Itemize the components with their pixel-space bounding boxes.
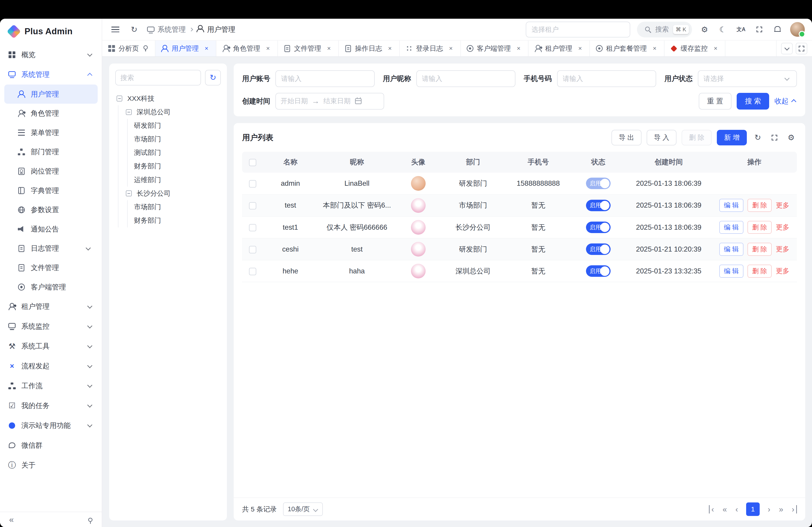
sidebar-item-system[interactable]: 系统管理 [0, 65, 102, 85]
page-size-select[interactable]: 10条/页 [283, 502, 323, 516]
row-checkbox[interactable] [249, 202, 256, 209]
user-avatar-button[interactable] [790, 22, 805, 37]
current-page[interactable]: 1 [746, 502, 760, 516]
tab-tenants[interactable]: 租户管理× [528, 41, 590, 56]
tree-node-dept[interactable]: 财务部门 [134, 214, 221, 227]
search-button[interactable]: 搜 索 [737, 93, 769, 109]
status-toggle[interactable]: 启用 [586, 243, 611, 255]
sidebar-item-demo-features[interactable]: 演示站专用功能 [0, 416, 102, 436]
sidebar-subitem-clients[interactable]: 客户端管理 [4, 277, 98, 297]
sidebar-subitem-logs[interactable]: 日志管理 [4, 239, 98, 258]
row-checkbox[interactable] [249, 246, 256, 253]
menu-collapse-button[interactable] [110, 24, 121, 35]
more-button[interactable]: 更多 [776, 223, 789, 232]
sidebar-item-about[interactable]: ⓘ关于 [0, 455, 102, 475]
tree-node-dept[interactable]: 市场部门 [134, 133, 221, 146]
global-search-button[interactable]: 搜索 ⌘ K [637, 21, 692, 37]
tab-close-button[interactable]: × [447, 45, 454, 52]
sidebar-pin-button[interactable] [86, 514, 95, 525]
sidebar-item-monitor[interactable]: 系统监控 [0, 316, 102, 336]
fullscreen-button[interactable] [754, 24, 765, 35]
sidebar-item-wechat-group[interactable]: 微信群 [0, 436, 102, 455]
tab-close-button[interactable]: × [264, 45, 272, 52]
dept-refresh-button[interactable]: ↻ [205, 70, 221, 86]
tab-login-logs[interactable]: 登录日志× [400, 41, 461, 56]
tab-close-button[interactable]: × [203, 45, 210, 52]
sidebar-subitem-roles[interactable]: 角色管理 [4, 104, 98, 123]
notifications-button[interactable] [772, 24, 783, 35]
tab-analysis[interactable]: 分析页 [102, 41, 156, 56]
status-toggle[interactable]: 启用 [586, 178, 611, 189]
add-button[interactable]: 新 增 [717, 130, 747, 146]
tree-node-dept[interactable]: 测试部门 [134, 146, 221, 160]
tree-node-root[interactable]: XXX科技 [115, 92, 221, 105]
dark-mode-button[interactable]: ☾ [717, 24, 728, 35]
more-button[interactable]: 更多 [776, 267, 789, 276]
sidebar-subitem-posts[interactable]: 岗位管理 [4, 162, 98, 181]
tab-files[interactable]: 文件管理× [278, 41, 339, 56]
sidebar-item-overview[interactable]: 概览 [0, 45, 102, 65]
sidebar-item-flow-start[interactable]: 流程发起 [0, 356, 102, 376]
row-checkbox[interactable] [249, 180, 256, 187]
import-button[interactable]: 导 入 [647, 130, 677, 146]
tree-node-dept[interactable]: 研发部门 [134, 119, 221, 132]
tab-op-logs[interactable]: 操作日志× [339, 41, 400, 56]
delete-button[interactable]: 删 除 [748, 221, 772, 234]
tab-layout-button[interactable] [796, 43, 807, 54]
sidebar-collapse-button[interactable]: « [7, 515, 16, 524]
sidebar-item-my-tasks[interactable]: ☑我的任务 [0, 396, 102, 416]
last-page-button[interactable]: › [791, 505, 797, 513]
tab-close-button[interactable]: × [386, 45, 394, 52]
tree-node-company[interactable]: 长沙分公司 [125, 187, 221, 200]
collapse-filters-link[interactable]: 收起 [774, 96, 797, 106]
edit-button[interactable]: 编 辑 [719, 265, 743, 278]
more-button[interactable]: 更多 [776, 244, 789, 254]
sidebar-item-tools[interactable]: ⚒系统工具 [0, 336, 102, 356]
tab-tenant-packages[interactable]: 租户套餐管理× [590, 41, 664, 56]
sidebar-subitem-menus[interactable]: 菜单管理 [4, 123, 98, 142]
row-checkbox[interactable] [249, 268, 256, 275]
dept-search-input[interactable] [115, 70, 201, 86]
sidebar-subitem-users[interactable]: 用户管理 [4, 85, 98, 104]
next-page-button[interactable]: › [766, 505, 772, 513]
status-toggle[interactable]: 启用 [586, 200, 611, 211]
tab-close-button[interactable]: × [651, 45, 658, 52]
next-pages-button[interactable]: » [778, 505, 784, 513]
tab-close-button[interactable]: × [577, 45, 584, 52]
sidebar-item-tenants[interactable]: 租户管理 [0, 297, 102, 316]
tab-close-button[interactable]: × [515, 45, 522, 52]
tenant-select-input[interactable] [526, 21, 630, 37]
filter-select-status[interactable]: 请选择 [698, 70, 797, 87]
sidebar-subitem-departments[interactable]: 部门管理 [4, 142, 98, 162]
tab-close-button[interactable]: × [712, 45, 719, 52]
status-toggle[interactable]: 启用 [586, 265, 611, 277]
breadcrumb-item-users[interactable]: 用户管理 [197, 25, 235, 34]
prev-pages-button[interactable]: « [722, 505, 727, 513]
tab-clients[interactable]: 客户端管理× [461, 41, 528, 56]
tree-node-company[interactable]: 深圳总公司 [125, 105, 221, 119]
tab-cache-monitor[interactable]: 缓存监控× [665, 41, 725, 56]
delete-button[interactable]: 删 除 [748, 265, 772, 278]
edit-button[interactable]: 编 辑 [719, 221, 743, 234]
tab-roles[interactable]: 角色管理× [216, 41, 278, 56]
settings-button[interactable]: ⚙ [699, 24, 710, 35]
language-button[interactable]: 文A [735, 24, 747, 35]
filter-input-nickname[interactable] [416, 70, 516, 87]
breadcrumb-item-system[interactable]: 系统管理 [147, 25, 186, 34]
batch-delete-button[interactable]: 删 除 [682, 130, 712, 146]
tab-dropdown-button[interactable] [781, 43, 793, 54]
export-button[interactable]: 导 出 [611, 130, 641, 146]
tree-node-dept[interactable]: 市场部门 [134, 200, 221, 214]
date-range-picker[interactable]: 开始日期 → 结束日期 [275, 93, 384, 109]
filter-input-account[interactable] [275, 70, 374, 87]
table-settings-button[interactable]: ⚙ [785, 132, 797, 144]
tab-close-button[interactable]: × [325, 45, 332, 52]
sidebar-subitem-dictionaries[interactable]: 字典管理 [4, 181, 98, 200]
prev-page-button[interactable]: ‹ [734, 505, 739, 513]
tree-node-dept[interactable]: 财务部门 [134, 160, 221, 173]
first-page-button[interactable]: ‹ [709, 505, 715, 513]
tree-node-dept[interactable]: 运维部门 [134, 173, 221, 187]
delete-button[interactable]: 删 除 [748, 243, 772, 256]
status-toggle[interactable]: 启用 [586, 222, 611, 233]
table-fullscreen-button[interactable] [769, 132, 780, 144]
